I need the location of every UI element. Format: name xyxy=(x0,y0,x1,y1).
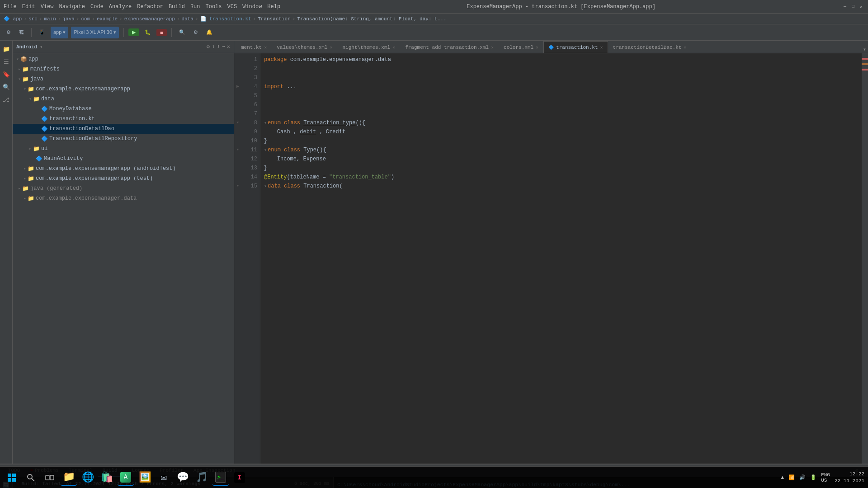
menu-edit[interactable]: Edit xyxy=(22,4,35,10)
close-tab-icon[interactable]: ✕ xyxy=(684,45,686,50)
menu-run[interactable]: Run xyxy=(190,4,200,10)
tree-item-moneydatabase[interactable]: 🔷 MoneyDatabase xyxy=(13,104,234,114)
settings-button[interactable]: ⚙ xyxy=(191,27,201,38)
gear-icon[interactable]: ⚙ xyxy=(207,43,210,50)
tree-item-app[interactable]: ▾ 📦 app xyxy=(13,54,234,64)
tree-item-transactiondetaildao[interactable]: 🔷 transactionDetailDao xyxy=(13,124,234,134)
menu-help[interactable]: Help xyxy=(267,4,280,10)
android-studio-button[interactable]: A xyxy=(118,469,134,486)
debug-button[interactable]: 🐛 xyxy=(142,27,154,38)
panel-tools[interactable]: ⚙ ⬆ ⬇ ⋯ ✕ xyxy=(207,43,230,50)
network-icon[interactable]: 📶 xyxy=(788,474,795,480)
gutter-fold-8[interactable]: ▾ xyxy=(235,118,241,127)
tree-item-ui[interactable]: ▸ 📁 ui xyxy=(13,144,234,154)
windows-start-button[interactable] xyxy=(4,469,20,486)
close-tab-icon[interactable]: ✕ xyxy=(600,45,603,50)
more-icon[interactable]: ⋯ xyxy=(222,43,225,50)
breadcrumb-src[interactable]: src xyxy=(28,16,38,22)
tab-fragment-add[interactable]: fragment_add_transaction.xml ✕ xyxy=(400,41,499,53)
close-tab-icon[interactable]: ✕ xyxy=(392,45,395,50)
tree-item-transaction-kt[interactable]: 🔷 transaction.kt xyxy=(13,114,234,124)
structure-icon[interactable]: ☰ xyxy=(1,57,11,67)
close-tab-icon[interactable]: ✕ xyxy=(491,45,494,50)
search-button[interactable]: 🔍 xyxy=(176,27,188,38)
editor-content[interactable]: ▶ ▾ ▾ ▾ 1 2 3 4 5 6 7 xyxy=(234,53,868,464)
tab-ment-kt[interactable]: ment.kt ✕ xyxy=(236,41,272,53)
expand-icon[interactable]: ⬇ xyxy=(217,43,220,50)
breadcrumb-transaction-class[interactable]: Transaction xyxy=(258,16,291,22)
menu-analyze[interactable]: Analyze xyxy=(109,4,132,10)
notifications-button[interactable]: 🔔 xyxy=(203,27,215,38)
tree-item-com-example-androidtest[interactable]: ▸ 📁 com.example.expensemanagerapp (andro… xyxy=(13,164,234,174)
editor-scrollbar[interactable] xyxy=(862,53,868,464)
menu-bar[interactable]: File Edit View Navigate Code Analyze Ref… xyxy=(4,4,280,10)
breadcrumb-com[interactable]: com xyxy=(81,16,90,22)
breadcrumb-transaction-fn[interactable]: Transaction(name: String, amount: Float,… xyxy=(297,16,446,22)
fold-icon-8[interactable]: ▾ xyxy=(264,121,267,126)
breadcrumb-java[interactable]: java xyxy=(62,16,74,22)
git-icon[interactable]: ⎇ xyxy=(1,95,11,105)
tab-transactiondetaildao[interactable]: transactionDetailDao.kt ✕ xyxy=(608,41,692,53)
tree-item-java-generated[interactable]: ▸ 📁 java (generated) xyxy=(13,183,234,193)
volume-icon[interactable]: 🔊 xyxy=(799,474,806,480)
breadcrumb-app[interactable]: 🔷 app xyxy=(4,16,22,22)
menu-refactor[interactable]: Refactor xyxy=(137,4,163,10)
menu-code[interactable]: Code xyxy=(90,4,104,10)
menu-window[interactable]: Window xyxy=(242,4,262,10)
tab-night-themes[interactable]: night\themes.xml ✕ xyxy=(338,41,401,53)
tab-values-themes[interactable]: values\themes.xml ✕ xyxy=(272,41,337,53)
maximize-button[interactable]: □ xyxy=(850,4,856,10)
stop-button[interactable]: ■ xyxy=(156,29,167,36)
terminal-button[interactable]: >_ xyxy=(212,469,229,486)
close-tree-icon[interactable]: ✕ xyxy=(227,43,230,50)
menu-build[interactable]: Build xyxy=(169,4,185,10)
code-editor[interactable]: package com.example.expensemanager.data … xyxy=(260,53,862,464)
tree-item-java[interactable]: ▾ 📁 java xyxy=(13,74,234,84)
messenger-button[interactable]: 💬 xyxy=(175,469,191,486)
tree-item-com-example[interactable]: ▾ 📁 com.example.expensemanagerapp xyxy=(13,84,234,94)
tree-item-manifests[interactable]: ▸ 📁 manifests xyxy=(13,64,234,74)
menu-vcs[interactable]: VCS xyxy=(227,4,237,10)
bookmarks-icon[interactable]: 🔖 xyxy=(1,70,11,80)
fold-icon-11[interactable]: ▾ xyxy=(264,148,267,153)
file-tree-content[interactable]: ▾ 📦 app ▸ 📁 manifests ▾ 📁 java ▾ 📁 com.e… xyxy=(13,53,234,464)
music-button[interactable]: 🎵 xyxy=(193,469,210,486)
file-explorer-button[interactable]: 📁 xyxy=(61,469,77,486)
find-icon[interactable]: 🔍 xyxy=(1,82,11,92)
close-tab-icon[interactable]: ✕ xyxy=(264,45,267,50)
close-button[interactable]: ✕ xyxy=(858,4,864,10)
gutter-fold-11[interactable]: ▾ xyxy=(235,145,241,155)
breadcrumb-main[interactable]: main xyxy=(44,16,56,22)
breadcrumb-data[interactable]: data xyxy=(182,16,193,22)
device-dropdown[interactable]: Pixel 3 XL API 30 ▾ xyxy=(71,27,119,38)
collapse-icon[interactable]: ⬆ xyxy=(212,43,215,50)
project-structure-button[interactable]: 🏗 xyxy=(16,27,27,38)
avd-manager-button[interactable]: 📱 xyxy=(36,27,48,38)
menu-file[interactable]: File xyxy=(4,4,17,10)
menu-tools[interactable]: Tools xyxy=(206,4,222,10)
tab-transaction-kt[interactable]: 🔷 transaction.kt ✕ xyxy=(543,41,608,53)
system-clock[interactable]: 12:22 22-11-2021 xyxy=(835,471,864,484)
minimize-button[interactable]: — xyxy=(842,4,848,10)
close-tab-icon[interactable]: ✕ xyxy=(536,45,538,50)
sync-button[interactable]: ⚙ xyxy=(4,27,14,38)
taskview-button[interactable] xyxy=(42,469,58,486)
project-icon[interactable]: 📁 xyxy=(1,44,11,54)
android-dropdown[interactable]: ▾ xyxy=(40,44,42,50)
menu-navigate[interactable]: Navigate xyxy=(59,4,85,10)
tab-colors[interactable]: colors.xml ✕ xyxy=(499,41,543,53)
tree-item-com-example-data[interactable]: ▸ 📁 com.example.expensemanager.data xyxy=(13,193,234,203)
close-tab-icon[interactable]: ✕ xyxy=(330,45,332,50)
browser-button[interactable]: 🌐 xyxy=(80,469,96,486)
gutter-fold-15[interactable]: ▾ xyxy=(235,182,241,191)
tree-item-mainactivity[interactable]: 🔷 MainActivity xyxy=(13,154,234,164)
window-controls[interactable]: — □ ✕ xyxy=(842,4,864,10)
mail-button[interactable]: ✉️ xyxy=(156,469,172,486)
fold-icon-15[interactable]: ▾ xyxy=(264,184,267,189)
photos-button[interactable]: 🖼️ xyxy=(137,469,153,486)
menu-view[interactable]: View xyxy=(41,4,54,10)
tree-item-transactiondetailrepository[interactable]: 🔷 TransactionDetailRepository xyxy=(13,134,234,144)
up-arrow-icon[interactable]: ▲ xyxy=(781,475,784,480)
tree-item-com-example-test[interactable]: ▸ 📁 com.example.expensemanagerapp (test) xyxy=(13,174,234,183)
intellij-button[interactable]: I xyxy=(231,469,248,486)
